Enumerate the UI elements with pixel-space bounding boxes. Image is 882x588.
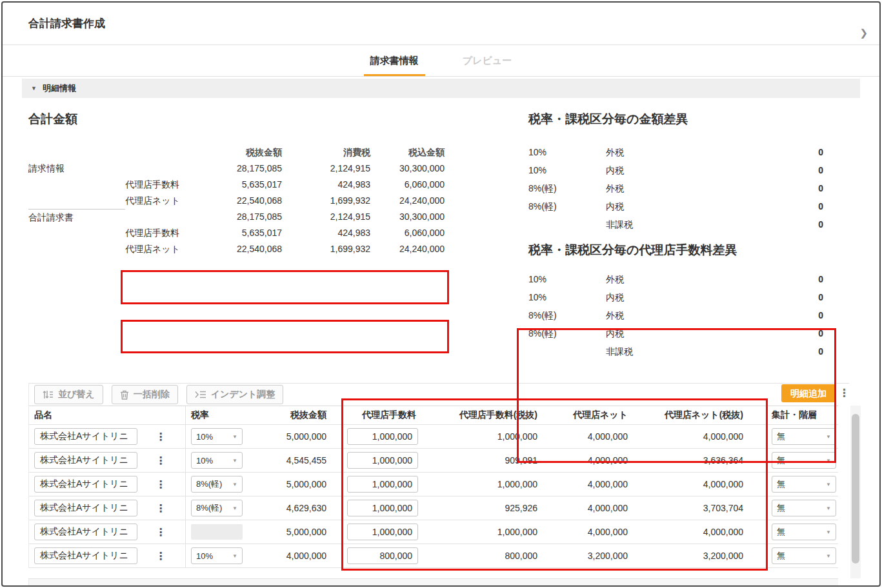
diff-value: 0 <box>735 270 823 288</box>
agent-fee-input[interactable] <box>347 500 418 516</box>
product-name-input[interactable] <box>34 524 137 540</box>
net-excl-cell: 4,000,000 <box>636 479 768 489</box>
agent-fee-input[interactable] <box>347 524 418 540</box>
aggregation-select[interactable]: 無 ▼ <box>772 428 836 445</box>
bulk-delete-button-label: 一括削除 <box>134 389 170 400</box>
table-row: ⋮ 10% ▼ 4,000,000 800,000 3,200,000 3,20… <box>29 544 838 568</box>
modal-header: 合計請求書作成 ❯ <box>3 3 879 45</box>
net-cell: 4,000,000 <box>545 503 636 513</box>
scrollbar-thumb[interactable] <box>852 414 859 564</box>
tax-rate-select[interactable]: 8%(軽) ▼ <box>191 476 243 493</box>
diff-type: 非課税 <box>606 342 735 360</box>
detail-table: 品名 税率 税抜金額 代理店手数料 代理店手数料(税抜) 代理店ネット 代理店ネ… <box>28 406 838 568</box>
chevron-down-icon: ▼ <box>31 85 37 92</box>
sort-button-label: 並び替え <box>58 389 95 400</box>
indent-adjust-button[interactable]: インデント調整 <box>186 385 284 404</box>
amount-cell: 4,629,630 <box>274 503 343 513</box>
header-agent-net-excl: 代理店ネット(税抜) <box>636 409 768 421</box>
net-excl-cell: 3,200,000 <box>636 551 768 561</box>
table-row: ⋮ 10% ▼ 4,545,455 909,091 4,000,000 3,63… <box>29 449 838 473</box>
page-title: 合計請求書作成 <box>28 16 105 31</box>
product-name-input[interactable] <box>34 547 137 564</box>
amount-cell: 4,000,000 <box>274 551 343 561</box>
amount-cell: 5,000,000 <box>274 527 343 537</box>
net-excl-cell: 4,000,000 <box>636 527 768 537</box>
tax-rate-select-disabled <box>191 524 243 540</box>
diff-rate: 10% <box>528 270 606 288</box>
cell-value: 22,540,068 <box>203 241 282 257</box>
diff-type: 外税 <box>606 270 735 288</box>
diff-value: 0 <box>735 342 823 360</box>
net-excl-cell: 3,636,364 <box>636 455 768 466</box>
tab-preview[interactable]: プレビュー <box>456 46 518 76</box>
indent-adjust-button-label: インデント調整 <box>211 389 276 400</box>
product-name-input[interactable] <box>34 500 137 516</box>
table-row: ⋮ 10% ▼ 5,000,000 1,000,000 4,000,000 4,… <box>29 425 838 449</box>
aggregation-select[interactable]: 無 ▼ <box>772 547 836 564</box>
product-name-input[interactable] <box>34 452 137 469</box>
diff-value: 0 <box>735 324 823 342</box>
diff-rate: 10% <box>528 161 606 179</box>
diff-value: 0 <box>735 306 823 324</box>
tax-rate-select[interactable]: 8%(軽) ▼ <box>191 500 243 516</box>
tab-invoice-info[interactable]: 請求書情報 <box>364 46 425 76</box>
net-cell: 4,000,000 <box>545 455 636 466</box>
chevron-down-icon: ▼ <box>232 482 237 487</box>
diff-value: 0 <box>735 143 823 161</box>
add-detail-button[interactable]: 明細追加 <box>781 384 836 402</box>
aggregation-select[interactable]: 無 ▼ <box>772 476 836 493</box>
table-row: ⋮ 8%(軽) ▼ 4,629,630 925,926 4,000,000 3,… <box>29 496 838 520</box>
product-name-input[interactable] <box>34 476 137 493</box>
vertical-scrollbar[interactable] <box>850 406 861 578</box>
chevron-down-icon: ▼ <box>232 553 237 559</box>
row-menu-icon[interactable]: ⋮ <box>155 431 166 443</box>
chevron-down-icon: ▼ <box>826 529 831 535</box>
agent-fee-input[interactable] <box>347 428 418 445</box>
diff-rate: 8%(軽) <box>528 179 606 197</box>
tax-rate-select[interactable]: 10% ▼ <box>191 547 243 564</box>
sort-button[interactable]: 並び替え <box>34 385 103 404</box>
bulk-delete-button[interactable]: 一括削除 <box>112 385 178 404</box>
agent-fee-input[interactable] <box>347 452 418 469</box>
invoice-modal: 合計請求書作成 ❯ 請求書情報 プレビュー ▼ 明細情報 合計金額 税抜金額 消… <box>1 1 881 587</box>
tax-rate-select[interactable]: 10% ▼ <box>191 428 243 445</box>
cell-value: 24,240,000 <box>370 193 445 209</box>
diff-rate: 8%(軽) <box>528 197 606 215</box>
diff-rate: 10% <box>528 143 606 161</box>
cell-value: 5,635,017 <box>203 225 282 241</box>
product-name-input[interactable] <box>34 428 137 445</box>
amount-cell: 4,545,455 <box>274 455 343 466</box>
chevron-down-icon: ▼ <box>232 505 237 511</box>
row-menu-icon[interactable]: ⋮ <box>155 502 166 514</box>
row-menu-icon[interactable]: ⋮ <box>155 455 166 467</box>
row-menu-icon[interactable]: ⋮ <box>155 550 166 562</box>
detail-toolbar: 並び替え 一括削除 インデント調整 <box>28 383 849 406</box>
cell-value: 424,983 <box>282 225 370 241</box>
aggregation-select[interactable]: 無 ▼ <box>772 524 836 540</box>
diff-value: 0 <box>735 179 823 197</box>
sub-row-label: 代理店ネット <box>125 193 203 209</box>
detail-table-header: 品名 税率 税抜金額 代理店手数料 代理店手数料(税抜) 代理店ネット 代理店ネ… <box>29 406 838 425</box>
row-menu-icon[interactable]: ⋮ <box>155 526 166 538</box>
cell-value: 6,060,000 <box>370 225 445 241</box>
row-label: 合計請求書 <box>28 209 125 225</box>
amount-cell: 5,000,000 <box>274 431 343 442</box>
diff-type: 内税 <box>606 288 735 306</box>
chevron-down-icon: ▼ <box>826 482 831 487</box>
row-label: 請求情報 <box>28 161 125 177</box>
totals-title: 合計金額 <box>28 111 77 128</box>
fee-excl-cell: 800,000 <box>423 551 545 561</box>
tax-rate-select[interactable]: 10% ▼ <box>191 452 243 469</box>
row-menu-icon[interactable]: ⋮ <box>155 478 166 491</box>
aggregation-select[interactable]: 無 ▼ <box>772 500 836 516</box>
diff-type: 内税 <box>606 324 735 342</box>
net-excl-cell: 3,703,704 <box>636 503 768 513</box>
header-agent-fee: 代理店手数料 <box>343 409 423 421</box>
aggregation-select[interactable]: 無 ▼ <box>772 452 836 469</box>
agent-fee-input[interactable] <box>347 547 418 564</box>
collapse-panel-icon[interactable]: ❯ <box>859 27 868 39</box>
detail-info-section-header[interactable]: ▼ 明細情報 <box>22 79 860 98</box>
toolbar-more-options-icon[interactable]: ⋮ <box>839 386 850 401</box>
agent-fee-input[interactable] <box>347 476 418 493</box>
diff-rate: 10% <box>528 288 606 306</box>
